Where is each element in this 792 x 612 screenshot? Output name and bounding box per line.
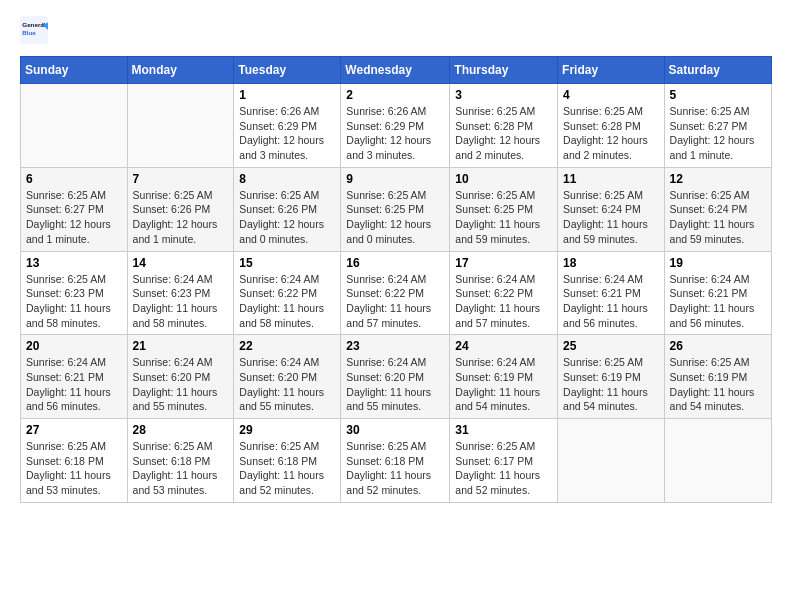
day-detail: Sunrise: 6:25 AM Sunset: 6:27 PM Dayligh…: [670, 104, 766, 163]
day-number: 26: [670, 339, 766, 353]
day-cell: 16Sunrise: 6:24 AM Sunset: 6:22 PM Dayli…: [341, 251, 450, 335]
logo-icon: General Blue: [20, 16, 48, 44]
page: General Blue SundayMondayTuesdayWednesda…: [0, 0, 792, 612]
day-detail: Sunrise: 6:26 AM Sunset: 6:29 PM Dayligh…: [239, 104, 335, 163]
day-cell: 5Sunrise: 6:25 AM Sunset: 6:27 PM Daylig…: [664, 84, 771, 168]
day-cell: 1Sunrise: 6:26 AM Sunset: 6:29 PM Daylig…: [234, 84, 341, 168]
day-cell: 3Sunrise: 6:25 AM Sunset: 6:28 PM Daylig…: [450, 84, 558, 168]
day-detail: Sunrise: 6:24 AM Sunset: 6:21 PM Dayligh…: [563, 272, 659, 331]
day-detail: Sunrise: 6:24 AM Sunset: 6:20 PM Dayligh…: [133, 355, 229, 414]
day-number: 28: [133, 423, 229, 437]
day-number: 30: [346, 423, 444, 437]
day-cell: [664, 419, 771, 503]
day-number: 23: [346, 339, 444, 353]
day-detail: Sunrise: 6:24 AM Sunset: 6:21 PM Dayligh…: [26, 355, 122, 414]
week-row-4: 20Sunrise: 6:24 AM Sunset: 6:21 PM Dayli…: [21, 335, 772, 419]
week-row-3: 13Sunrise: 6:25 AM Sunset: 6:23 PM Dayli…: [21, 251, 772, 335]
day-cell: 9Sunrise: 6:25 AM Sunset: 6:25 PM Daylig…: [341, 167, 450, 251]
day-number: 9: [346, 172, 444, 186]
day-detail: Sunrise: 6:25 AM Sunset: 6:17 PM Dayligh…: [455, 439, 552, 498]
day-number: 10: [455, 172, 552, 186]
day-number: 4: [563, 88, 659, 102]
day-detail: Sunrise: 6:25 AM Sunset: 6:26 PM Dayligh…: [239, 188, 335, 247]
day-cell: 13Sunrise: 6:25 AM Sunset: 6:23 PM Dayli…: [21, 251, 128, 335]
day-cell: 27Sunrise: 6:25 AM Sunset: 6:18 PM Dayli…: [21, 419, 128, 503]
day-detail: Sunrise: 6:25 AM Sunset: 6:23 PM Dayligh…: [26, 272, 122, 331]
day-cell: 14Sunrise: 6:24 AM Sunset: 6:23 PM Dayli…: [127, 251, 234, 335]
day-detail: Sunrise: 6:24 AM Sunset: 6:20 PM Dayligh…: [346, 355, 444, 414]
day-cell: 21Sunrise: 6:24 AM Sunset: 6:20 PM Dayli…: [127, 335, 234, 419]
day-cell: 20Sunrise: 6:24 AM Sunset: 6:21 PM Dayli…: [21, 335, 128, 419]
day-cell: 22Sunrise: 6:24 AM Sunset: 6:20 PM Dayli…: [234, 335, 341, 419]
week-row-2: 6Sunrise: 6:25 AM Sunset: 6:27 PM Daylig…: [21, 167, 772, 251]
svg-text:General: General: [22, 21, 45, 28]
day-detail: Sunrise: 6:25 AM Sunset: 6:28 PM Dayligh…: [455, 104, 552, 163]
day-number: 19: [670, 256, 766, 270]
day-detail: Sunrise: 6:24 AM Sunset: 6:21 PM Dayligh…: [670, 272, 766, 331]
day-number: 8: [239, 172, 335, 186]
day-detail: Sunrise: 6:25 AM Sunset: 6:25 PM Dayligh…: [346, 188, 444, 247]
day-cell: 29Sunrise: 6:25 AM Sunset: 6:18 PM Dayli…: [234, 419, 341, 503]
day-cell: 12Sunrise: 6:25 AM Sunset: 6:24 PM Dayli…: [664, 167, 771, 251]
day-number: 20: [26, 339, 122, 353]
calendar-header-row: SundayMondayTuesdayWednesdayThursdayFrid…: [21, 57, 772, 84]
day-detail: Sunrise: 6:25 AM Sunset: 6:18 PM Dayligh…: [239, 439, 335, 498]
day-cell: 30Sunrise: 6:25 AM Sunset: 6:18 PM Dayli…: [341, 419, 450, 503]
day-cell: 31Sunrise: 6:25 AM Sunset: 6:17 PM Dayli…: [450, 419, 558, 503]
day-number: 22: [239, 339, 335, 353]
day-detail: Sunrise: 6:25 AM Sunset: 6:18 PM Dayligh…: [346, 439, 444, 498]
calendar-table: SundayMondayTuesdayWednesdayThursdayFrid…: [20, 56, 772, 503]
day-detail: Sunrise: 6:26 AM Sunset: 6:29 PM Dayligh…: [346, 104, 444, 163]
day-number: 14: [133, 256, 229, 270]
day-cell: 4Sunrise: 6:25 AM Sunset: 6:28 PM Daylig…: [558, 84, 665, 168]
day-detail: Sunrise: 6:25 AM Sunset: 6:24 PM Dayligh…: [563, 188, 659, 247]
day-number: 18: [563, 256, 659, 270]
day-number: 2: [346, 88, 444, 102]
day-number: 6: [26, 172, 122, 186]
day-cell: 11Sunrise: 6:25 AM Sunset: 6:24 PM Dayli…: [558, 167, 665, 251]
day-number: 17: [455, 256, 552, 270]
day-number: 12: [670, 172, 766, 186]
svg-text:Blue: Blue: [22, 29, 36, 36]
day-cell: 23Sunrise: 6:24 AM Sunset: 6:20 PM Dayli…: [341, 335, 450, 419]
day-number: 5: [670, 88, 766, 102]
day-cell: [21, 84, 128, 168]
day-number: 1: [239, 88, 335, 102]
day-detail: Sunrise: 6:25 AM Sunset: 6:19 PM Dayligh…: [670, 355, 766, 414]
header-friday: Friday: [558, 57, 665, 84]
day-cell: 18Sunrise: 6:24 AM Sunset: 6:21 PM Dayli…: [558, 251, 665, 335]
day-detail: Sunrise: 6:24 AM Sunset: 6:22 PM Dayligh…: [346, 272, 444, 331]
day-number: 3: [455, 88, 552, 102]
day-number: 21: [133, 339, 229, 353]
logo: General Blue: [20, 16, 52, 44]
day-cell: 17Sunrise: 6:24 AM Sunset: 6:22 PM Dayli…: [450, 251, 558, 335]
day-cell: 25Sunrise: 6:25 AM Sunset: 6:19 PM Dayli…: [558, 335, 665, 419]
day-number: 24: [455, 339, 552, 353]
day-number: 27: [26, 423, 122, 437]
day-cell: 7Sunrise: 6:25 AM Sunset: 6:26 PM Daylig…: [127, 167, 234, 251]
header-tuesday: Tuesday: [234, 57, 341, 84]
header-monday: Monday: [127, 57, 234, 84]
day-detail: Sunrise: 6:24 AM Sunset: 6:23 PM Dayligh…: [133, 272, 229, 331]
day-cell: 26Sunrise: 6:25 AM Sunset: 6:19 PM Dayli…: [664, 335, 771, 419]
day-detail: Sunrise: 6:25 AM Sunset: 6:28 PM Dayligh…: [563, 104, 659, 163]
day-detail: Sunrise: 6:24 AM Sunset: 6:22 PM Dayligh…: [455, 272, 552, 331]
day-detail: Sunrise: 6:25 AM Sunset: 6:19 PM Dayligh…: [563, 355, 659, 414]
day-detail: Sunrise: 6:25 AM Sunset: 6:24 PM Dayligh…: [670, 188, 766, 247]
day-detail: Sunrise: 6:25 AM Sunset: 6:18 PM Dayligh…: [26, 439, 122, 498]
day-cell: [127, 84, 234, 168]
week-row-5: 27Sunrise: 6:25 AM Sunset: 6:18 PM Dayli…: [21, 419, 772, 503]
day-cell: 15Sunrise: 6:24 AM Sunset: 6:22 PM Dayli…: [234, 251, 341, 335]
day-number: 29: [239, 423, 335, 437]
day-number: 15: [239, 256, 335, 270]
header-sunday: Sunday: [21, 57, 128, 84]
day-cell: 19Sunrise: 6:24 AM Sunset: 6:21 PM Dayli…: [664, 251, 771, 335]
day-cell: 2Sunrise: 6:26 AM Sunset: 6:29 PM Daylig…: [341, 84, 450, 168]
day-number: 31: [455, 423, 552, 437]
header-thursday: Thursday: [450, 57, 558, 84]
day-detail: Sunrise: 6:24 AM Sunset: 6:20 PM Dayligh…: [239, 355, 335, 414]
day-detail: Sunrise: 6:25 AM Sunset: 6:27 PM Dayligh…: [26, 188, 122, 247]
day-detail: Sunrise: 6:24 AM Sunset: 6:19 PM Dayligh…: [455, 355, 552, 414]
day-cell: 24Sunrise: 6:24 AM Sunset: 6:19 PM Dayli…: [450, 335, 558, 419]
header-saturday: Saturday: [664, 57, 771, 84]
